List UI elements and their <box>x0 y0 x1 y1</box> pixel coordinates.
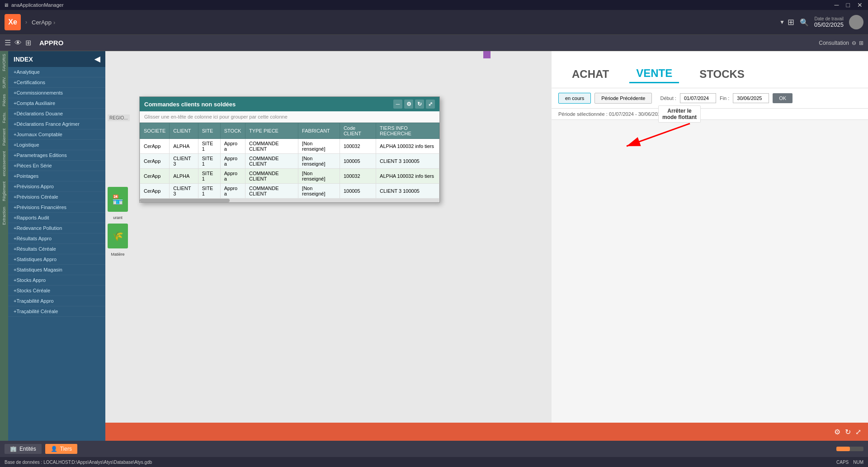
horizontal-scrollbar[interactable] <box>140 199 439 202</box>
nav-vente-button[interactable]: VENTE <box>629 65 679 83</box>
left-tab-favors[interactable]: FAVORIS <box>1 51 7 74</box>
avatar[interactable] <box>849 15 863 29</box>
fin-date-input[interactable] <box>733 93 769 103</box>
col-client[interactable]: CLIENT <box>170 123 198 139</box>
logo-area: Xe <box>5 14 21 30</box>
floating-expand-button[interactable]: ⤢ <box>426 100 435 109</box>
sidebar-item-stats-magasin[interactable]: +Statistiques Magasin <box>8 265 105 275</box>
purple-indicator <box>483 51 491 58</box>
left-tab-regl[interactable]: Règlement <box>1 179 7 204</box>
breadcrumb-item1[interactable]: CerApp <box>32 19 52 26</box>
sidebar-item-logistique[interactable]: +Logistique <box>8 140 105 150</box>
title-bar-left: 🖥 anaApplicationManager <box>4 2 64 8</box>
data-table: SOCIETE CLIENT SITE STOCK TYPE PIECE FAB… <box>140 123 439 199</box>
sidebar-item-rapports[interactable]: +Rapports Audit <box>8 213 105 223</box>
sidebar-item-stocks-cereale[interactable]: +Stocks Céréale <box>8 286 105 296</box>
floating-refresh-button[interactable]: ↻ <box>415 100 424 109</box>
apps-grid-icon[interactable]: ⊞ <box>859 40 863 46</box>
matieres-card[interactable]: 🌾 <box>108 224 128 248</box>
table-cell: [Non renseigné] <box>298 184 340 199</box>
sidebar-item-pieces[interactable]: +Pièces En Série <box>8 161 105 171</box>
table-cell: [Non renseigné] <box>298 169 340 184</box>
table-cell: COMMANDE CLIENT <box>245 169 298 184</box>
col-societe[interactable]: SOCIETE <box>140 123 170 139</box>
floating-minimize-button[interactable]: ─ <box>393 100 402 109</box>
nav-stocks-button[interactable]: STOCKS <box>693 66 751 83</box>
orange-bottom-bar: ⚙ ↻ ⤢ <box>105 423 868 441</box>
sidebar-item-result-cereale[interactable]: +Résultats Céréale <box>8 244 105 254</box>
debut-date-input[interactable] <box>680 93 716 103</box>
col-type-piece[interactable]: TYPE PIECE <box>245 123 298 139</box>
left-tab-factu[interactable]: Factu. <box>1 109 7 126</box>
sidebar-item-commissionnements[interactable]: +Commissionnements <box>8 88 105 98</box>
tiers-label: Tiers <box>60 446 72 452</box>
sidebar-item-parametrages[interactable]: +Parametrages Editions <box>8 150 105 161</box>
dropdown-arrow-icon[interactable]: ▼ <box>779 19 785 25</box>
col-site[interactable]: SITE <box>198 123 220 139</box>
orange-bar-expand-icon[interactable]: ⤢ <box>855 428 861 436</box>
table-row[interactable]: CerAppALPHASITE 1Appro aCOMMANDE CLIENT[… <box>140 169 439 184</box>
sidebar-item-decl-france[interactable]: +Déclarations France Agrimer <box>8 119 105 129</box>
restaurant-card[interactable]: 🏪 <box>108 187 128 212</box>
col-stock[interactable]: STOCK <box>220 123 245 139</box>
sidebar-item-decl-douane[interactable]: +Déclarations Douane <box>8 109 105 119</box>
table-row[interactable]: CerAppALPHASITE 1Appro aCOMMANDE CLIENT[… <box>140 139 439 154</box>
col-fabricant[interactable]: FABRICANT <box>298 123 340 139</box>
left-tab-surv[interactable]: SURV. <box>1 74 7 91</box>
grid-view-icon[interactable]: ⊞ <box>788 17 794 27</box>
ok-button[interactable]: OK <box>773 93 793 103</box>
table-cell: SITE 1 <box>198 169 220 184</box>
floating-header[interactable]: Commandes clients non soldées ─ ⚙ ↻ ⤢ <box>140 97 439 111</box>
date-value[interactable]: 05/02/2025 <box>814 21 844 28</box>
orange-bar-refresh-icon[interactable]: ↻ <box>845 428 851 436</box>
restaurant-label: urant <box>108 215 128 220</box>
orange-bar-gear-icon[interactable]: ⚙ <box>834 428 840 436</box>
scrollbar-thumb[interactable] <box>140 199 230 202</box>
layout-icon[interactable]: ⊞ <box>25 38 31 47</box>
sidebar-item-redevance[interactable]: +Redevance Pollution <box>8 223 105 234</box>
sidebar-item-result-appro[interactable]: +Résultats Appro <box>8 234 105 244</box>
col-tiers-info[interactable]: TIERS INFO RECHERCHE <box>376 123 439 139</box>
sidebar-item-prev-cereale[interactable]: +Prévisions Céréale <box>8 192 105 202</box>
left-tab-extra[interactable]: Extraction <box>1 204 7 228</box>
taskbar-entites-item[interactable]: 🏢 Entités <box>5 444 42 454</box>
sidebar-index: INDEX ◀ <box>8 51 105 67</box>
sidebar-item-tracab-appro[interactable]: +Traçabilité Appro <box>8 296 105 306</box>
search-icon[interactable]: 🔍 <box>800 18 809 27</box>
sidebar-item-certifications[interactable]: +Certifications <box>8 77 105 88</box>
sidebar-collapse-button[interactable]: ◀ <box>94 55 100 63</box>
left-tabs: FAVORIS SURV. Pièces Factu. Paiement enc… <box>0 51 8 441</box>
sidebar-item-tracab-cereale[interactable]: +Traçabilité Céréale <box>8 306 105 317</box>
sidebar-item-analytique[interactable]: +Analytique <box>8 67 105 77</box>
left-tab-encais[interactable]: encaissement <box>1 148 7 179</box>
close-button[interactable]: ✕ <box>855 1 864 9</box>
menu-icon[interactable]: ☰ <box>5 38 11 47</box>
period-encours-button[interactable]: en cours <box>558 93 591 104</box>
taskbar-tiers-item[interactable]: 👤 Tiers <box>45 444 77 454</box>
table-cell: SITE 1 <box>198 184 220 199</box>
sidebar-item-journaux[interactable]: +Journaux Comptable <box>8 129 105 140</box>
window-controls[interactable]: ─ □ ✕ <box>833 1 864 9</box>
sidebar-item-prev-fin[interactable]: +Prévisions Financières <box>8 202 105 213</box>
sidebar-item-compta[interactable]: +Compta Auxiliaire <box>8 98 105 109</box>
left-tab-piece[interactable]: Pièces <box>1 91 7 109</box>
floating-settings-button[interactable]: ⚙ <box>404 100 413 109</box>
nav-achat-button[interactable]: ACHAT <box>565 66 616 83</box>
minimize-button[interactable]: ─ <box>833 1 841 9</box>
scroll-indicator[interactable] <box>836 447 863 451</box>
view-icon[interactable]: 👁 <box>14 39 22 47</box>
sidebar-item-pointages[interactable]: +Pointages <box>8 171 105 181</box>
periode-label: Période sélectionnée : <box>558 111 608 117</box>
period-precedente-button[interactable]: Période Précédente <box>594 93 652 104</box>
sidebar-item-prev-appro[interactable]: +Prévisions Appro <box>8 181 105 192</box>
fin-label: Fin : <box>720 95 729 101</box>
consult-icon[interactable]: ⊖ <box>852 40 856 46</box>
xe-logo[interactable]: Xe <box>5 14 21 30</box>
restore-button[interactable]: □ <box>844 1 852 9</box>
table-row[interactable]: CerAppCLIENT 3SITE 1Appro aCOMMANDE CLIE… <box>140 184 439 199</box>
table-row[interactable]: CerAppCLIENT 3SITE 1Appro aCOMMANDE CLIE… <box>140 154 439 169</box>
col-code-client[interactable]: Code CLIENT <box>340 123 376 139</box>
sidebar-item-stocks-appro[interactable]: +Stocks Appro <box>8 275 105 286</box>
left-tab-paiem[interactable]: Paiement <box>1 126 7 148</box>
sidebar-item-stats-appro[interactable]: +Statistiques Appro <box>8 254 105 265</box>
